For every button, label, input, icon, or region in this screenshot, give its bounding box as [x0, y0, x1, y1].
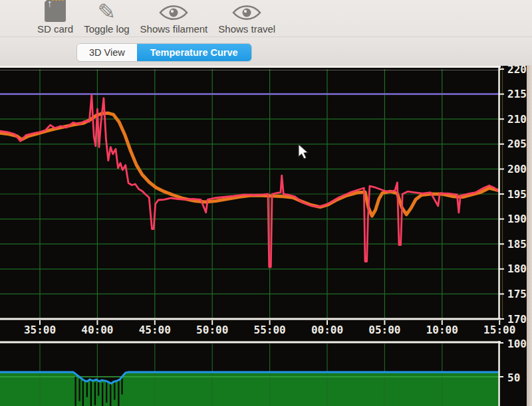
y-tick-label: 185	[507, 238, 527, 251]
tab-3d-view-label: 3D View	[89, 47, 125, 58]
y-tick-label: 190	[507, 213, 527, 225]
tab-temperature-curve-label: Temperature Curve	[150, 47, 238, 58]
sd-card-icon: ↑	[45, 0, 66, 22]
x-tick-label: 35:00	[24, 324, 56, 336]
toolbar: ↑ SD card ✎ Toggle log Shows filament	[0, 0, 532, 37]
x-tick-label: 10:00	[426, 324, 458, 336]
x-tick-label: 15:00	[483, 324, 515, 336]
x-tick-label: 45:00	[139, 324, 171, 336]
y-tick-label: 200	[507, 163, 527, 175]
shows-travel-label: Shows travel	[218, 23, 275, 37]
x-axis-ticks: 35:0040:0045:0050:0055:0000:0005:0010:00…	[24, 320, 515, 336]
plot-top-border	[0, 66, 501, 68]
toggle-log-button[interactable]: ✎ Toggle log	[84, 5, 129, 37]
sd-card-button[interactable]: ↑ SD card	[37, 5, 73, 37]
shows-filament-label: Shows filament	[140, 23, 208, 37]
tab-3d-view[interactable]: 3D View	[77, 44, 137, 61]
x-tick-label: 00:00	[311, 324, 343, 336]
x-tick-label: 05:00	[368, 324, 400, 336]
y-tick-label: 215	[507, 88, 527, 100]
tab-bar: 3D View Temperature Curve	[0, 37, 532, 66]
eye-icon	[231, 0, 262, 22]
screen-bezel-edge	[527, 65, 532, 406]
temperature-curve-chart: 35:0040:0045:0050:0055:0000:0005:0010:00…	[0, 66, 532, 406]
app-window: ↑ SD card ✎ Toggle log Shows filament	[0, 0, 532, 406]
tab-temperature-curve[interactable]: Temperature Curve	[137, 44, 251, 61]
chart-background	[0, 66, 532, 406]
bottom-y-tick-label: 100	[507, 338, 527, 350]
pencil-icon: ✎	[98, 0, 116, 22]
y-tick-label: 205	[507, 138, 527, 150]
x-tick-label: 55:00	[254, 324, 286, 336]
x-tick-label: 50:00	[196, 324, 228, 336]
y-tick-label: 180	[507, 262, 527, 275]
x-axis-line	[0, 318, 501, 320]
shows-travel-button[interactable]: Shows travel	[218, 5, 275, 37]
eye-icon	[158, 0, 189, 22]
bottom-y-tick-label: 50	[507, 371, 520, 384]
y-tick-label: 175	[507, 288, 527, 300]
shows-filament-button[interactable]: Shows filament	[140, 5, 208, 37]
y-tick-label: 220	[507, 66, 527, 76]
sd-card-label: SD card	[37, 23, 73, 37]
y-tick-label: 210	[507, 113, 527, 126]
x-tick-label: 40:00	[81, 324, 113, 336]
y-tick-label: 195	[507, 188, 527, 201]
bottom-plot-top-border	[0, 342, 501, 344]
toggle-log-label: Toggle log	[84, 23, 129, 37]
y-tick-label: 170	[507, 313, 527, 326]
